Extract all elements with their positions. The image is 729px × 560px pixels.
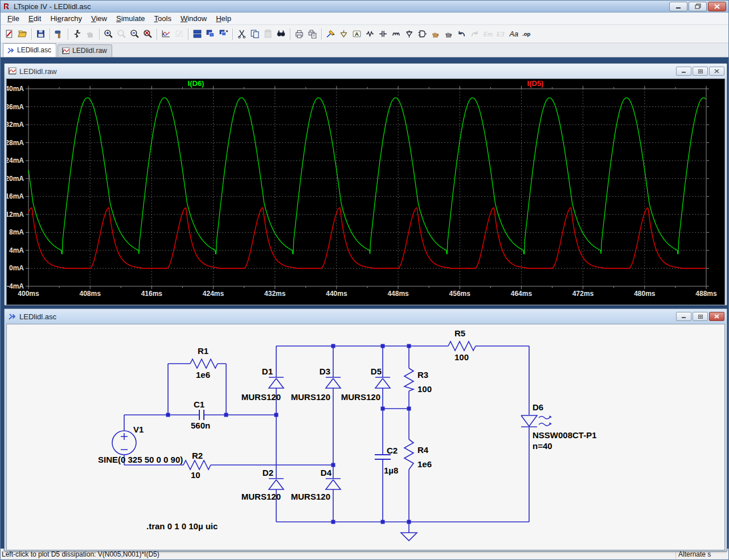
component-r1[interactable]	[190, 359, 218, 368]
cascade-icon[interactable]	[217, 27, 230, 40]
menu-item-edit[interactable]: Edit	[24, 13, 46, 24]
y-tick-label: 28mA	[7, 139, 24, 147]
schematic-restore-button[interactable]	[693, 312, 708, 321]
paste-icon	[261, 27, 275, 40]
halt-icon	[84, 27, 97, 40]
menu-item-tools[interactable]: Tools	[150, 13, 176, 24]
cut-icon[interactable]	[235, 27, 248, 40]
schematic-close-button[interactable]	[709, 312, 724, 321]
label-net-icon[interactable]: A	[350, 27, 363, 40]
legend-i-d6[interactable]: I(D6)	[188, 79, 204, 88]
capacitor-icon[interactable]	[376, 27, 390, 40]
zoom-in-icon[interactable]	[102, 27, 115, 40]
inductor-icon[interactable]	[390, 27, 403, 40]
r5-name: R5	[454, 328, 465, 338]
y-tick-label: 24mA	[7, 157, 24, 164]
menu-item-simulate[interactable]: Simulate	[112, 13, 150, 24]
toolbar-separator	[99, 28, 100, 40]
schematic-window-titlebar[interactable]: LEDlidl.asc	[5, 309, 727, 324]
d3-name: D3	[320, 367, 330, 376]
menu-item-view[interactable]: View	[87, 13, 112, 24]
text-icon[interactable]: Aa	[507, 27, 521, 40]
autorange-icon[interactable]	[159, 27, 173, 40]
print-preview-icon[interactable]	[306, 27, 319, 40]
menu-item-file[interactable]: File	[3, 13, 24, 24]
waveform-window[interactable]: LEDlidl.raw 400ms408ms416ms424ms432ms440…	[4, 63, 727, 306]
r3-value: 100	[417, 384, 432, 394]
diode-icon[interactable]	[403, 27, 416, 40]
component-r4[interactable]	[404, 439, 413, 470]
component-d2[interactable]	[269, 479, 284, 489]
restore-button[interactable]	[689, 2, 707, 11]
schematic-minimize-button[interactable]	[676, 312, 691, 321]
legend-i-d5[interactable]: I(D5)	[527, 79, 544, 88]
c1-name: C1	[194, 400, 204, 409]
r2-name: R2	[192, 451, 203, 460]
ground-icon[interactable]	[337, 27, 350, 40]
schematic-window[interactable]: LEDlidl.asc	[4, 308, 727, 551]
waveform-chart[interactable]: 400ms408ms416ms424ms432ms440ms448ms456ms…	[7, 79, 724, 302]
x-tick-label: 408ms	[79, 290, 101, 298]
d3-value: MURS120	[291, 392, 330, 402]
tab-ledlidl-asc[interactable]: LEDlidl.asc	[3, 43, 56, 57]
component-d6-led[interactable]	[521, 415, 552, 427]
resistor-icon[interactable]	[363, 27, 376, 40]
y-tick-label: 40mA	[7, 85, 24, 93]
zoom-previous-icon	[115, 27, 128, 40]
print-icon[interactable]	[293, 27, 306, 40]
waveform-window-title: LEDlidl.raw	[19, 67, 675, 76]
toolbar-separator	[232, 28, 233, 40]
zoom-fit-icon[interactable]	[141, 27, 154, 40]
component-r3[interactable]	[404, 368, 413, 391]
y-tick-label: -4mA	[7, 282, 24, 290]
trace-i-d6[interactable]	[28, 98, 706, 254]
drag-icon[interactable]	[442, 27, 455, 40]
component-d3[interactable]	[326, 377, 341, 388]
waveform-close-button[interactable]	[709, 67, 724, 76]
pan-icon	[173, 27, 186, 40]
menu-item-window[interactable]: Window	[176, 13, 211, 24]
tab-ledlidl-raw[interactable]: LEDlidl.raw	[58, 44, 112, 57]
ground-symbol[interactable]	[401, 533, 417, 541]
component-r5[interactable]	[448, 341, 476, 351]
undo-icon[interactable]	[455, 27, 468, 40]
tabbar: LEDlidl.ascLEDlidl.raw	[1, 43, 728, 57]
waveform-window-titlebar[interactable]: LEDlidl.raw	[5, 64, 727, 79]
spice-directive-icon[interactable]: .op	[521, 27, 534, 40]
wire-icon[interactable]	[324, 27, 337, 40]
run-icon[interactable]	[71, 27, 84, 40]
d1-name: D1	[262, 367, 273, 376]
component-d4[interactable]	[326, 479, 341, 489]
new-schematic-icon[interactable]	[3, 27, 16, 40]
move-icon[interactable]	[429, 27, 442, 40]
svg-text:A: A	[355, 31, 359, 37]
tile-horizontal-icon[interactable]	[191, 27, 204, 40]
ltspice-main-window: LTspice IV - LEDlidl.asc FileEditHierarc…	[0, 0, 729, 560]
waveform-minimize-button[interactable]	[676, 67, 691, 76]
component-d5[interactable]	[375, 377, 390, 388]
waveform-plot-pane[interactable]: 400ms408ms416ms424ms432ms440ms448ms456ms…	[6, 79, 725, 305]
component-d1[interactable]	[269, 377, 284, 388]
copy-icon[interactable]	[248, 27, 261, 40]
schematic-canvas[interactable]: V1 SINE(0 325 50 0 0 90) R1 1e6 C1 560n …	[6, 324, 725, 550]
component-c1[interactable]	[199, 410, 204, 420]
v1-name: V1	[133, 425, 144, 434]
save-icon[interactable]	[34, 27, 47, 40]
find-icon[interactable]	[275, 27, 288, 40]
component-icon[interactable]	[416, 27, 429, 40]
component-c2[interactable]	[375, 455, 391, 459]
waveform-restore-button[interactable]	[693, 67, 708, 76]
menu-item-hierarchy[interactable]: Hierarchy	[46, 13, 87, 24]
component-v1[interactable]	[112, 431, 136, 455]
y-tick-label: 16mA	[7, 192, 24, 200]
minimize-button[interactable]	[669, 2, 687, 11]
control-panel-icon[interactable]	[52, 27, 65, 40]
tile-vertical-icon[interactable]	[204, 27, 217, 40]
main-titlebar[interactable]: LTspice IV - LEDlidl.asc	[1, 1, 728, 13]
zoom-out-icon[interactable]	[128, 27, 141, 40]
toolbar-separator	[188, 28, 189, 40]
open-icon[interactable]	[16, 27, 29, 40]
component-r2[interactable]	[183, 460, 211, 470]
close-button[interactable]	[708, 2, 726, 11]
menu-item-help[interactable]: Help	[211, 13, 236, 24]
